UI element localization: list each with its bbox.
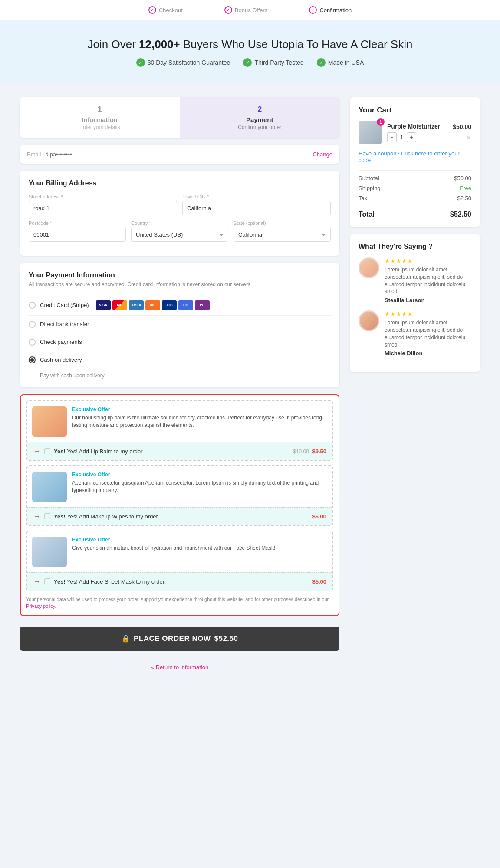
checkout-steps: ✓ Checkout ✓ Bonus Offers ✓ Confirmation: [0, 0, 500, 20]
offer-lipbalm-image: [32, 406, 67, 437]
cart-tax-row: Tax $2.50: [359, 195, 471, 201]
qty-increase-button[interactable]: +: [407, 132, 416, 142]
offer-mask-top: Exclusive Offer Give your skin an instan…: [27, 531, 332, 572]
offer-lipbalm-action-text: Yes! Yes! Add Lip Balm to my order: [54, 448, 143, 455]
arrow-icon-wipes: →: [33, 512, 41, 521]
email-row: Email dipa•••••••• Change: [20, 145, 339, 164]
radio-cash[interactable]: [29, 356, 36, 363]
radio-check[interactable]: [29, 339, 36, 346]
offer-wipes-image: [32, 472, 67, 502]
step-bonus-label: Bonus Offers: [235, 7, 268, 13]
return-to-information-link[interactable]: « Return to information: [151, 664, 208, 670]
tab-payment[interactable]: 2 Payment Confirm your order: [180, 97, 340, 138]
cart-item-badge: 1: [377, 118, 385, 126]
cart-total-row: Total $52.50: [359, 211, 471, 218]
main-container: 1 Information Enter your details 2 Payme…: [11, 97, 489, 671]
hero-title-highlight: 12,000+: [139, 38, 180, 51]
offer-wipes-desc: Aperiam consectetur quisquam Aperiam con…: [72, 479, 327, 494]
offer-lipbalm-action[interactable]: → Yes! Yes! Add Lip Balm to my order $10…: [27, 442, 332, 460]
payment-option-check[interactable]: Check payments: [29, 333, 331, 351]
checkbox-lipbalm[interactable]: [44, 448, 50, 454]
city-input[interactable]: [182, 201, 331, 215]
email-label: Email: [27, 151, 41, 158]
reviews-title: What They're Saying ?: [359, 243, 471, 251]
checkbox-wipes[interactable]: [44, 513, 50, 519]
step-bonus[interactable]: ✓ Bonus Offers: [224, 6, 268, 14]
badge-tested: ✓ Third Party Tested: [243, 58, 303, 67]
email-value: dipa••••••••: [46, 151, 313, 158]
review-0-body: ★★★★★ Lorem ipsum dolor sit amet, consec…: [385, 257, 471, 304]
offer-wipes-top: Exclusive Offer Aperiam consectetur quis…: [27, 466, 332, 507]
postcode-field: Postcode *: [29, 221, 126, 242]
tax-label: Tax: [359, 195, 367, 201]
offer-mask-action-text: Yes! Yes! Add Face Sheet Mask to my orde…: [54, 578, 164, 585]
street-input[interactable]: [29, 201, 177, 215]
tab-info-title: Information: [29, 116, 171, 123]
tab-information[interactable]: 1 Information Enter your details: [20, 97, 180, 138]
offer-mask-action[interactable]: → Yes! Yes! Add Face Sheet Mask to my or…: [27, 572, 332, 591]
badge-guarantee-label: 30 Day Satisfaction Guarantee: [148, 59, 230, 66]
offer-lipbalm-label: → Yes! Yes! Add Lip Balm to my order: [33, 447, 143, 456]
offer-mask-price: $5.00: [312, 578, 326, 585]
cart-item-name: Purple Moisturizer: [387, 123, 447, 130]
badge-guarantee: ✓ 30 Day Satisfaction Guarantee: [136, 58, 230, 67]
right-column: Your Cart 1 Purple Moisturizer - 1 + $50…: [350, 97, 480, 372]
mask-new-price: $5.00: [312, 578, 326, 585]
place-order-price: $52.50: [214, 634, 238, 643]
review-0-text: Lorem ipsum dolor sit amet, consectetur …: [385, 266, 471, 295]
country-select[interactable]: United States (US): [131, 228, 228, 242]
amex-icon: AMEX: [129, 300, 144, 310]
card-icons: VISA MC AMEX DIS JCB CB PP: [96, 300, 210, 310]
cart-item-remove[interactable]: ✕: [466, 134, 471, 142]
step-confirmation-circle: ✓: [309, 6, 317, 14]
step-checkout-circle: ✓: [148, 6, 156, 14]
tab-info-sub: Enter your details: [29, 124, 171, 130]
step-checkout[interactable]: ✓ Checkout: [148, 6, 183, 14]
offer-mask-content: Exclusive Offer Give your skin an instan…: [72, 537, 327, 552]
review-item-1: ★★★★★ Lorem ipsum dolor sit amet, consec…: [359, 310, 471, 356]
total-label: Total: [359, 211, 375, 218]
radio-credit[interactable]: [29, 302, 36, 309]
email-change-button[interactable]: Change: [312, 151, 332, 158]
payment-option-credit[interactable]: Credit Card (Stripe) VISA MC AMEX DIS JC…: [29, 295, 331, 316]
postcode-input[interactable]: [29, 228, 126, 242]
offer-lipbalm-content: Exclusive Offer Our nourishing lip balm …: [72, 406, 327, 429]
review-0-stars: ★★★★★: [385, 257, 471, 264]
state-field: State (optional) California: [234, 221, 331, 242]
cart-item-info: Purple Moisturizer - 1 +: [387, 123, 447, 142]
hero-title: Join Over 12,000+ Buyers Who Use Utopia …: [9, 38, 491, 51]
qty-decrease-button[interactable]: -: [387, 132, 397, 142]
nav-line-2: [271, 10, 306, 10]
billing-row-1: Street address * Town / City *: [29, 194, 331, 215]
payment-option-bank[interactable]: Direct bank transfer: [29, 316, 331, 333]
shipping-value: Free: [460, 185, 471, 191]
cash-note: Pay with cash upon delivery.: [29, 369, 331, 379]
place-order-button[interactable]: 🔒 PLACE ORDER NOW $52.50: [20, 627, 339, 651]
step-tabs: 1 Information Enter your details 2 Payme…: [20, 97, 339, 138]
offer-wipes-content: Exclusive Offer Aperiam consectetur quis…: [72, 472, 327, 494]
wipes-new-price: $6.00: [312, 513, 326, 520]
review-item-0: ★★★★★ Lorem ipsum dolor sit amet, consec…: [359, 257, 471, 304]
offer-lipbalm-price: $10.00 $9.50: [293, 448, 326, 455]
step-confirmation[interactable]: ✓ Confirmation: [309, 6, 352, 14]
qty-control: - 1 +: [387, 132, 447, 142]
billing-card: Your Billing Address Street address * To…: [20, 171, 339, 256]
cart-divider-1: [359, 170, 471, 171]
arrow-icon-lipbalm: →: [33, 447, 41, 456]
return-link-container: « Return to information: [20, 663, 339, 671]
radio-bank[interactable]: [29, 321, 36, 328]
offer-lipbalm: Exclusive Offer Our nourishing lip balm …: [26, 400, 333, 461]
mastercard-icon: MC: [112, 300, 127, 310]
lipbalm-old-price: $10.00: [293, 449, 309, 455]
offer-lipbalm-desc: Our nourishing lip balm is the ultimate …: [72, 414, 327, 429]
credit-label: Credit Card (Stripe): [40, 302, 89, 308]
state-select[interactable]: California: [234, 228, 331, 242]
payment-option-cash[interactable]: Cash on delivery: [29, 351, 331, 369]
checkbox-mask[interactable]: [44, 578, 50, 584]
privacy-text-content: Your personal data will be used to proce…: [26, 597, 329, 602]
offer-wipes-action[interactable]: → Yes! Yes! Add Makeup Wipes to my order…: [27, 507, 332, 525]
coupon-link[interactable]: Have a coupon? Click here to enter your …: [359, 150, 471, 163]
offer-mask-desc: Give your skin an instant boost of hydra…: [72, 545, 327, 552]
privacy-policy-link[interactable]: Privacy policy.: [26, 604, 56, 609]
offer-wipes-price: $6.00: [312, 513, 326, 520]
